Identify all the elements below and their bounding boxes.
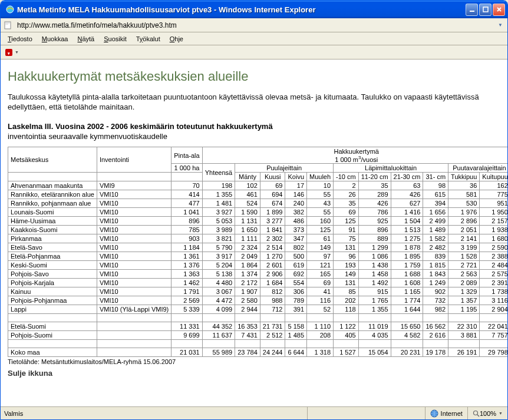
th-kuusi: Kuusi	[260, 173, 285, 181]
table-subtitle: inventointia seuraavalle kymmenvuotiskau…	[8, 132, 500, 141]
menu-nayta[interactable]: Näytä	[72, 34, 99, 44]
address-dropdown-icon[interactable]: ▼	[496, 21, 505, 30]
table-title: Laskelma III. Vuosina 2002 - 2006 keskim…	[8, 122, 500, 131]
zoom-icon	[473, 410, 480, 417]
th-tukki: Tukkipuu	[448, 173, 480, 181]
data-table: Metsäkeskus Inventointi Pinta-ala Hakkuu…	[8, 147, 507, 358]
table-row: PirkanmaaVMI109033 8211 1112 30234761758…	[8, 234, 508, 243]
th-puutavara: Puutavaralajeittain	[448, 164, 507, 173]
table-row: KainuuVMI101 7913 0671 90781230641859151…	[8, 287, 508, 296]
status-bar: Valmis Internet 100% ▼	[1, 406, 507, 419]
th-d10: -10 cm	[334, 173, 359, 181]
table-row: Etelä-SavoVMI101 1845 7902 3242 51480214…	[8, 243, 508, 252]
table-row: Kaakkois-SuomiVMI107853 9891 6501 841373…	[8, 226, 508, 234]
svg-rect-1	[470, 11, 474, 12]
th-d11: 11-20 cm	[358, 173, 391, 181]
svg-point-7	[473, 411, 477, 415]
minimize-button[interactable]	[466, 4, 478, 16]
svg-line-8	[477, 415, 479, 416]
table-row: Rannikko, pohjanmaan alueVMI104771 48152…	[8, 199, 508, 208]
table-row: Koko maa21 03155 98923 78424 2446 6441 3…	[8, 348, 508, 357]
table-row: Etelä-Suomi11 33144 35216 35321 7315 158…	[8, 322, 508, 331]
th-pinta-ala: Pinta-ala	[171, 147, 202, 164]
source-text: Tietolähde: Metsäntutkimuslaitos/MELA-ry…	[8, 358, 500, 365]
cutoff-text: Sulje ikkuna	[8, 369, 500, 378]
address-bar: ▼	[1, 18, 507, 32]
svg-rect-2	[483, 7, 488, 12]
th-metsakeskus: Metsäkeskus	[8, 147, 97, 173]
ie-icon	[5, 5, 15, 14]
toolbar: ▾ ▼	[1, 45, 507, 59]
th-d31: 31- cm	[423, 173, 448, 181]
th-koivu: Koivu	[285, 173, 307, 181]
status-zone[interactable]: Internet	[425, 407, 467, 419]
table-row: Etelä-PohjanmaaVMI101 3613 9172 0491 270…	[8, 252, 508, 261]
close-button[interactable]	[493, 4, 505, 16]
th-puulajeittain: Puulajeittain	[235, 164, 334, 173]
intro-text: Taulukossa käytetyllä pinta-alalla tarko…	[8, 92, 500, 113]
table-row: Ahvenanmaan maakuntaVMI97019810269171023…	[8, 181, 508, 190]
page-icon	[3, 21, 12, 30]
menu-tiedosto[interactable]: Tiedosto	[3, 34, 37, 44]
menu-muokkaa[interactable]: Muokkaa	[37, 34, 73, 44]
menu-ohje[interactable]: Ohje	[165, 34, 188, 44]
table-row: Pohjois-Suomi9 69911 6377 4312 5121 4852…	[8, 331, 508, 340]
th-lapimitta: Läpimittaluokittain	[334, 164, 448, 173]
address-input[interactable]	[15, 20, 496, 31]
page-content[interactable]: Hakkuukertymät metsäkeskuksien alueille …	[1, 59, 507, 406]
menu-suosikit[interactable]: Suosikit	[99, 34, 131, 44]
th-yhteensa: Yhteensä	[202, 164, 235, 181]
toolbar-dropdown-icon[interactable]: ▼	[15, 50, 19, 54]
window-title: Metla Metinfo MELA Hakkuumahdollisuusarv…	[17, 5, 466, 14]
th-pa-unit: 1 000 ha	[171, 164, 202, 173]
svg-text:▾: ▾	[7, 51, 10, 55]
table-row: Rannikko, etelärannikon alueVMI104141 35…	[8, 190, 508, 199]
th-d21: 21-30 cm	[391, 173, 423, 181]
table-row: Häme-UusimaaVMI108965 0531 1313 27748616…	[8, 217, 508, 226]
table-row: Keski-SuomiVMI101 3765 2041 8642 6016191…	[8, 261, 508, 270]
status-ready: Valmis	[1, 410, 307, 417]
table-row: LappiVMI10 (Ylä-Lappi VMI9)5 3394 0992 9…	[8, 305, 508, 314]
pdf-icon[interactable]: ▾	[4, 48, 14, 57]
th-kuitu: Kuitupuu	[480, 173, 507, 181]
th-hakkuukertyma: Hakkuukertymä1 000 m3/vuosi	[202, 147, 507, 164]
menu-tyokalut[interactable]: Työkalut	[131, 34, 165, 44]
window-titlebar: Metla Metinfo MELA Hakkuumahdollisuusarv…	[1, 1, 507, 18]
status-zoom[interactable]: 100% ▼	[467, 407, 507, 419]
th-inventointi: Inventointi	[97, 147, 171, 173]
maximize-button[interactable]	[479, 4, 491, 16]
table-row: Pohjois-KarjalaVMI101 4624 4802 1721 684…	[8, 279, 508, 287]
th-muuleh: Muuleh	[307, 173, 334, 181]
menu-bar: Tiedosto Muokkaa Näytä Suosikit Työkalut…	[1, 32, 507, 45]
table-row: Pohjois-SavoVMI101 3635 1381 3742 906692…	[8, 270, 508, 279]
page-title: Hakkuukertymät metsäkeskuksien alueille	[8, 69, 500, 84]
th-manty: Mänty	[235, 173, 260, 181]
globe-icon	[430, 409, 438, 418]
table-row: Pohjois-PohjanmaaVMI102 5694 4722 580988…	[8, 296, 508, 305]
table-row: Lounais-SuomiVMI101 0413 9271 5901 89938…	[8, 208, 508, 217]
